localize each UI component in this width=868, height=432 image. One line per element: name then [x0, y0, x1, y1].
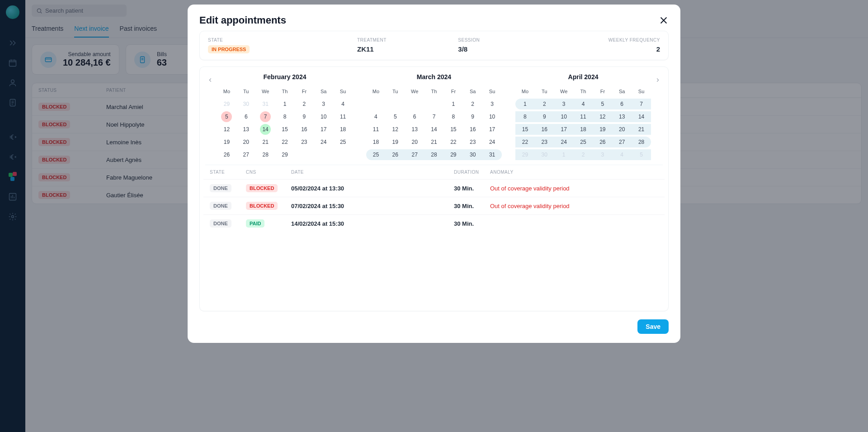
prev-month-button[interactable]	[203, 73, 217, 87]
calendar-day[interactable]: 1	[515, 99, 535, 109]
calendar-day[interactable]: 25	[574, 137, 593, 147]
calendar-day[interactable]: 24	[482, 137, 502, 147]
calendar-day[interactable]: 9	[294, 111, 314, 122]
calendar-day[interactable]: 7	[425, 111, 444, 122]
calendar-day[interactable]: 18	[574, 124, 593, 135]
modal-overlay[interactable]: Edit appointments STATE IN PROGRESS TREA…	[0, 0, 868, 432]
calendar-day[interactable]: 15	[275, 124, 295, 135]
calendar-day[interactable]: 19	[593, 124, 612, 135]
calendar-day[interactable]: 31	[482, 149, 502, 160]
appointment-row[interactable]: DONEPAID14/02/2024 at 15:3030 Min.	[203, 214, 665, 232]
calendar-day[interactable]: 10	[554, 111, 574, 122]
calendar-day[interactable]: 1	[443, 99, 463, 109]
calendar-day[interactable]: 19	[217, 137, 236, 147]
calendar-day[interactable]: 16	[463, 124, 482, 135]
calendar-day[interactable]: 27	[612, 137, 632, 147]
calendar-day[interactable]: 26	[386, 149, 405, 160]
calendar-day[interactable]: 15	[443, 124, 463, 135]
save-button[interactable]: Save	[637, 319, 669, 334]
calendar-day[interactable]: 30	[535, 149, 554, 160]
calendar-day[interactable]: 10	[482, 111, 502, 122]
calendar-day[interactable]: 11	[366, 124, 386, 135]
calendar-day[interactable]: 4	[366, 111, 386, 122]
calendar-day[interactable]: 8	[275, 111, 295, 122]
calendar-day[interactable]: 2	[535, 99, 554, 109]
calendar-day[interactable]: 3	[554, 99, 574, 109]
calendar-day[interactable]: 16	[294, 124, 314, 135]
calendar-day[interactable]: 18	[366, 137, 386, 147]
appointment-row[interactable]: DONEBLOCKED07/02/2024 at 15:3030 Min.Out…	[203, 197, 665, 214]
calendar-day[interactable]: 13	[612, 111, 632, 122]
calendar-day[interactable]: 10	[314, 111, 333, 122]
calendar-day[interactable]: 21	[632, 124, 651, 135]
calendar-day[interactable]: 23	[535, 137, 554, 147]
calendar-day[interactable]: 24	[314, 137, 333, 147]
calendar-day[interactable]: 4	[333, 99, 353, 109]
calendar-day[interactable]: 7	[632, 99, 651, 109]
calendar-day[interactable]: 1	[275, 99, 295, 109]
calendar-day[interactable]: 20	[612, 124, 632, 135]
calendar-day[interactable]: 4	[612, 149, 632, 160]
calendar-day[interactable]: 25	[333, 137, 353, 147]
calendar-day[interactable]: 8	[515, 111, 535, 122]
next-month-button[interactable]	[651, 73, 665, 87]
calendar-day[interactable]: 2	[463, 99, 482, 109]
calendar-day[interactable]: 11	[574, 111, 593, 122]
calendar-day[interactable]: 30	[236, 99, 256, 109]
calendar-day[interactable]: 2	[294, 99, 314, 109]
close-button[interactable]	[659, 15, 669, 25]
calendar-day[interactable]: 28	[632, 137, 651, 147]
calendar-day[interactable]: 14	[256, 124, 275, 135]
calendar-day[interactable]: 14	[425, 124, 444, 135]
calendar-day[interactable]: 3	[593, 149, 612, 160]
calendar-day[interactable]: 22	[515, 137, 535, 147]
calendar-day[interactable]: 29	[443, 149, 463, 160]
calendar-day[interactable]: 5	[386, 111, 405, 122]
calendar-day[interactable]: 26	[217, 149, 236, 160]
calendar-day[interactable]: 11	[333, 111, 353, 122]
calendar-day[interactable]: 2	[574, 149, 593, 160]
calendar-day[interactable]: 6	[236, 111, 256, 122]
calendar-day[interactable]: 8	[443, 111, 463, 122]
calendar-day[interactable]: 5	[217, 111, 236, 122]
calendar-day[interactable]: 14	[632, 111, 651, 122]
calendar-day[interactable]: 29	[217, 99, 236, 109]
calendar-day[interactable]: 28	[425, 149, 444, 160]
calendar-day[interactable]: 15	[515, 124, 535, 135]
calendar-day[interactable]: 22	[275, 137, 295, 147]
calendar-day[interactable]: 26	[593, 137, 612, 147]
calendar-day[interactable]: 17	[314, 124, 333, 135]
calendar-day[interactable]: 28	[256, 149, 275, 160]
calendar-day[interactable]: 20	[405, 137, 425, 147]
calendar-day[interactable]: 19	[386, 137, 405, 147]
calendar-day[interactable]: 17	[554, 124, 574, 135]
calendar-day[interactable]: 31	[256, 99, 275, 109]
calendar-day[interactable]: 21	[425, 137, 444, 147]
calendar-day[interactable]: 13	[236, 124, 256, 135]
calendar-day[interactable]: 3	[314, 99, 333, 109]
calendar-day[interactable]: 30	[463, 149, 482, 160]
calendar-day[interactable]: 17	[482, 124, 502, 135]
calendar-day[interactable]: 16	[535, 124, 554, 135]
calendar-day[interactable]: 13	[405, 124, 425, 135]
calendar-day[interactable]: 21	[256, 137, 275, 147]
calendar-day[interactable]: 6	[612, 99, 632, 109]
calendar-day[interactable]: 9	[535, 111, 554, 122]
calendar-day[interactable]: 23	[294, 137, 314, 147]
calendar-day[interactable]: 5	[593, 99, 612, 109]
calendar-day[interactable]: 22	[443, 137, 463, 147]
calendar-day[interactable]: 9	[463, 111, 482, 122]
calendar-day[interactable]: 23	[463, 137, 482, 147]
calendar-day[interactable]: 18	[333, 124, 353, 135]
calendar-day[interactable]: 12	[386, 124, 405, 135]
calendar-day[interactable]: 12	[217, 124, 236, 135]
calendar-day[interactable]: 29	[515, 149, 535, 160]
calendar-day[interactable]: 12	[593, 111, 612, 122]
calendar-day[interactable]: 27	[236, 149, 256, 160]
calendar-day[interactable]: 27	[405, 149, 425, 160]
calendar-day[interactable]: 20	[236, 137, 256, 147]
calendar-day[interactable]: 24	[554, 137, 574, 147]
calendar-day[interactable]: 4	[574, 99, 593, 109]
appointment-row[interactable]: DONEBLOCKED05/02/2024 at 13:3030 Min.Out…	[203, 179, 665, 197]
calendar-day[interactable]: 7	[256, 111, 275, 122]
